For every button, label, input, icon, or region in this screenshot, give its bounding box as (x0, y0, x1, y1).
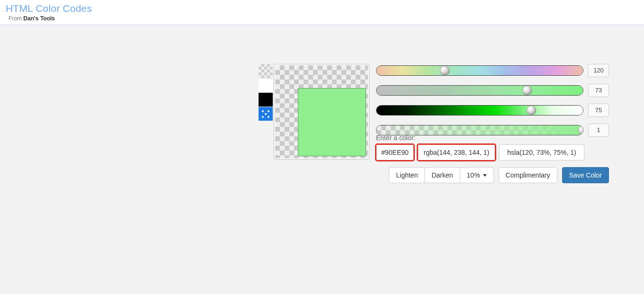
lighten-button[interactable]: Lighten (389, 167, 425, 183)
swatch-column (259, 64, 273, 121)
preview-wrap (274, 64, 369, 160)
hue-knob[interactable] (440, 66, 449, 75)
sat-knob[interactable] (522, 86, 532, 95)
percent-label: 10% (467, 171, 480, 179)
complimentary-button[interactable]: Complimentary (499, 167, 557, 183)
stage: 120 73 75 (0, 25, 644, 294)
swatch-random[interactable] (259, 107, 273, 121)
lum-value[interactable]: 75 (588, 104, 609, 117)
lum-track[interactable] (376, 105, 583, 116)
hsla-input[interactable] (499, 144, 584, 160)
swatch-black[interactable] (259, 92, 273, 107)
sat-row: 73 (376, 84, 609, 97)
dans-tools-link[interactable]: Dan's Tools (23, 15, 55, 22)
hue-row: 120 (376, 64, 609, 77)
save-color-button[interactable]: Save Color (562, 167, 609, 183)
preview-checker (275, 65, 368, 158)
hue-track[interactable] (376, 65, 583, 76)
sat-track[interactable] (376, 85, 583, 96)
preview-color[interactable] (298, 88, 366, 156)
rgba-input[interactable] (418, 144, 495, 160)
sliders: 120 73 75 (376, 64, 609, 143)
swatch-transparent[interactable] (259, 64, 273, 78)
lum-knob[interactable] (527, 106, 536, 115)
hex-input[interactable] (376, 144, 414, 160)
caret-down-icon (483, 174, 487, 177)
lum-row: 75 (376, 104, 609, 117)
actions: Lighten Darken 10% Complimentary Save Co… (376, 167, 609, 183)
color-inputs (376, 144, 584, 160)
enter-color-label: Enter a color: (376, 134, 415, 142)
subtitle: From Dan's Tools (6, 15, 638, 22)
sat-value[interactable]: 73 (588, 84, 609, 97)
from-label: From (9, 15, 23, 22)
dice-icon (262, 110, 269, 118)
percent-dropdown[interactable]: 10% (460, 167, 494, 183)
lighten-darken-group: Lighten Darken 10% (389, 167, 493, 183)
topbar: HTML Color Codes From Dan's Tools (0, 0, 644, 25)
page-title[interactable]: HTML Color Codes (6, 3, 638, 14)
alpha-value[interactable]: 1 (588, 124, 609, 137)
swatch-white[interactable] (259, 78, 273, 92)
darken-button[interactable]: Darken (425, 167, 460, 183)
hue-value[interactable]: 120 (588, 64, 609, 77)
